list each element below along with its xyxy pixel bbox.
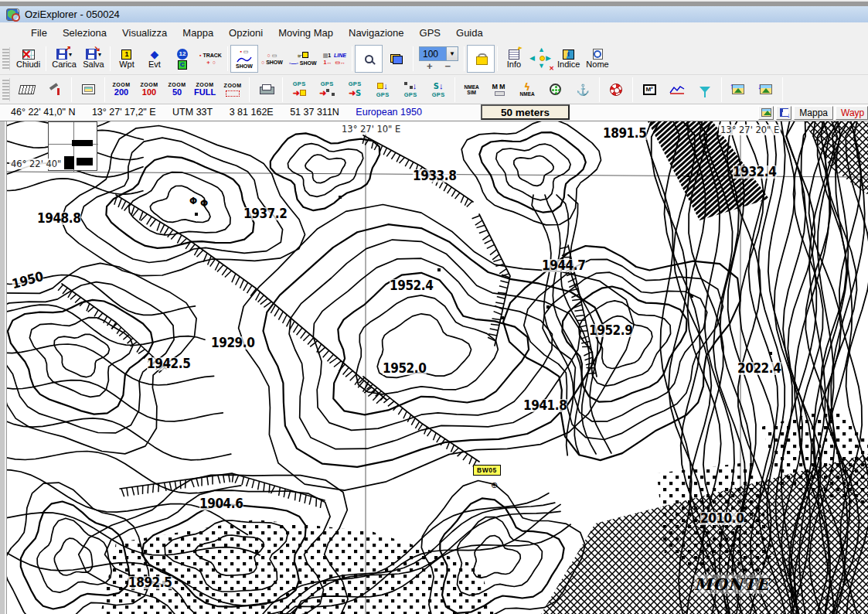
app-icon: [6, 9, 19, 21]
image-down-button[interactable]: ↓: [752, 76, 780, 104]
map-tools-button[interactable]: [41, 76, 69, 104]
toolbar-grip[interactable]: [2, 78, 10, 101]
separator: [352, 46, 352, 71]
index-map-icon: I: [563, 49, 574, 60]
grid-label: 13° 27' 10" E: [340, 124, 402, 135]
elevation-profile-button[interactable]: [663, 76, 691, 104]
title-bar[interactable]: OziExplorer - 050024: [0, 6, 868, 22]
anchor-alarm-button[interactable]: ⚓: [569, 76, 597, 104]
print-button[interactable]: [252, 76, 280, 104]
event-button[interactable]: ◆ Evt: [141, 45, 168, 73]
zoom-100-button[interactable]: ZOOM100: [135, 76, 163, 104]
map-ruler-button[interactable]: [13, 76, 41, 104]
menu-seleziona[interactable]: Seleziona: [55, 24, 114, 42]
show-routes-button[interactable]: ☛ ▫—▫ SHOW: [286, 45, 320, 73]
printer-icon: [260, 84, 273, 94]
index-button[interactable]: I Indice: [554, 45, 583, 73]
save-button[interactable]: ↘▾ Salva: [80, 45, 107, 73]
window-edge: [0, 0, 868, 6]
image-up-button[interactable]: ↑: [724, 76, 752, 104]
separator: [227, 46, 228, 71]
zoom-selection-button[interactable]: ZOOM: [219, 76, 247, 104]
elevation-label: 1941.8: [523, 399, 567, 412]
ozi-explorer-window: OziExplorer - 050024 File Seleziona Visu…: [0, 0, 868, 614]
waypoint-count-button[interactable]: 12 C: [168, 45, 196, 73]
pan-left-icon[interactable]: ◀: [529, 54, 535, 62]
menu-navigazione[interactable]: Navigazione: [341, 24, 412, 42]
load-button[interactable]: ↗▾ Carica: [49, 45, 80, 73]
menu-mappa[interactable]: Mappa: [175, 24, 221, 42]
gps-to-track-button[interactable]: GPS ➜S: [341, 76, 369, 104]
waypoint-label[interactable]: BW05: [473, 465, 501, 476]
route-from-gps-button[interactable]: ↓ GPS: [397, 76, 424, 104]
menu-visualizza[interactable]: Visualizza: [114, 24, 175, 42]
zoom-200-button[interactable]: ZOOM200: [107, 76, 135, 104]
save-floppy-icon: ↘: [86, 49, 97, 60]
menu-file[interactable]: File: [23, 24, 55, 42]
pan-down-icon[interactable]: ▼: [538, 62, 545, 70]
padlock-icon: [476, 53, 486, 65]
gps-status-button[interactable]: [541, 76, 569, 104]
separator: [599, 77, 600, 102]
waypoint-from-gps-button[interactable]: ↓ GPS: [369, 76, 397, 104]
pan-up-icon[interactable]: ▲: [538, 46, 545, 53]
separator: [110, 46, 111, 71]
toolbar-grip[interactable]: [2, 47, 10, 70]
nmea-simulator-button[interactable]: NMEASIM: [458, 76, 485, 104]
filter-button[interactable]: [691, 76, 719, 104]
elevation-label: 2010.0: [700, 512, 744, 525]
moving-map-button[interactable]: MM: [485, 76, 513, 104]
tab-waypoint[interactable]: Wayp: [836, 106, 868, 120]
image-icon: ↓: [760, 84, 772, 94]
map-viewport[interactable]: 13° 27' 10" E13° 27' 20" E46° 22' 40"189…: [0, 121, 868, 614]
zoom-50-button[interactable]: ZOOM50: [163, 76, 191, 104]
magnifier-button[interactable]: [355, 45, 383, 73]
elevation-label: 1929.0: [211, 336, 254, 350]
lightning-icon: ϟ: [524, 83, 531, 91]
zoom-out-button[interactable]: −: [445, 62, 451, 71]
area-measure-button[interactable]: M²: [635, 76, 663, 104]
name-search-button[interactable]: Nome: [583, 45, 611, 73]
event-diamond-icon: ◆: [151, 49, 159, 60]
longitude-value: 13° 27' 17,2" E: [92, 107, 156, 118]
elevation-label: 1891.5: [603, 127, 646, 140]
waypoint-button[interactable]: 1 Wpt: [113, 45, 141, 73]
tab-mappa[interactable]: Mappa: [794, 106, 833, 120]
zoom-full-button[interactable]: ZOOMFULL: [191, 76, 219, 104]
pan-control[interactable]: ▲ ◀ ▶ ▼ ✕: [528, 46, 554, 72]
menu-moving-map[interactable]: Moving Map: [271, 24, 341, 42]
close-map-button[interactable]: ✕ Chiudi: [13, 45, 43, 73]
mm-device-icon: [495, 91, 505, 96]
quick-save-button[interactable]: ↓: [776, 106, 791, 120]
menu-gps[interactable]: GPS: [412, 24, 448, 42]
profile-chart-icon: [669, 84, 685, 94]
scale-indicator: 50 meters: [481, 104, 570, 120]
show-waypoints-button[interactable]: ○ ▭ ○ SHOW: [258, 45, 286, 73]
track-control-button[interactable]: ▪ TRACK ＋ ○: [196, 45, 225, 73]
separator: [71, 77, 72, 102]
menu-opzioni[interactable]: Opzioni: [221, 24, 271, 42]
pan-close-icon[interactable]: ✕: [549, 65, 554, 72]
zoom-level-combo[interactable]: 100 ▼ + −: [419, 46, 458, 71]
zoom-dropdown-button[interactable]: ▼: [446, 47, 458, 60]
help-button[interactable]: [602, 76, 630, 104]
gps-to-waypoint-button[interactable]: GPS ➜: [285, 76, 313, 104]
show-track-button[interactable]: ▪ ▭ SHOW: [230, 45, 258, 73]
map-windows-button[interactable]: [383, 45, 410, 73]
image-view-button[interactable]: [758, 106, 774, 120]
track-curve-icon: [237, 56, 252, 63]
separator: [464, 46, 465, 71]
track-from-gps-button[interactable]: S↓ GPS: [424, 76, 452, 104]
blank-map-button[interactable]: [74, 76, 102, 104]
menu-guida[interactable]: Guida: [448, 24, 491, 42]
nmea-log-button[interactable]: ϟNMEA: [513, 76, 541, 104]
measure-tools-button[interactable]: ▤1 LINE 1↔ ▭↔: [320, 45, 349, 73]
zoom-in-button[interactable]: +: [427, 62, 433, 71]
zoom-level-value[interactable]: 100: [420, 47, 446, 60]
info-button[interactable]: Info: [500, 45, 528, 73]
pan-center-icon[interactable]: [540, 56, 545, 61]
gps-to-route-button[interactable]: GPS ➜: [313, 76, 341, 104]
elevation-label: 1944.7: [542, 259, 585, 272]
pan-right-icon[interactable]: ▶: [546, 54, 551, 62]
lock-button[interactable]: [467, 45, 495, 73]
